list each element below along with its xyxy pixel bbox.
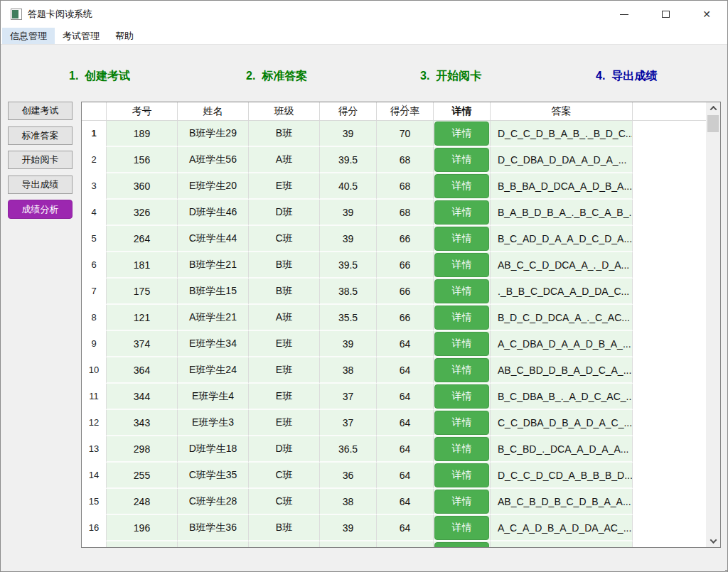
detail-button[interactable]: 详情 <box>434 148 489 172</box>
cell-answers[interactable]: B_A_B_D_B_A_._B_C_A_B_... <box>491 200 633 226</box>
cell-score[interactable]: 39 <box>320 226 377 252</box>
start-reading-button[interactable]: 开始阅卡 <box>8 151 73 169</box>
cell-answers[interactable]: B_B_BA_D_DCA_A_D_B_A... <box>491 173 633 200</box>
cell-class[interactable]: E班 <box>249 357 320 384</box>
detail-button[interactable]: 详情 <box>434 463 489 487</box>
detail-button[interactable]: 详情 <box>434 200 489 225</box>
scrollbar-thumb[interactable] <box>707 115 719 132</box>
maximize-button[interactable] <box>645 1 686 28</box>
cell-exam-no[interactable]: 248 <box>107 489 178 515</box>
col-header-detail[interactable]: 详情 <box>434 102 491 120</box>
detail-button[interactable]: 详情 <box>434 437 489 461</box>
cell-exam-no[interactable]: 364 <box>107 357 178 384</box>
cell-score[interactable]: 37 <box>320 384 377 410</box>
cell-score[interactable]: 38.5 <box>320 279 377 305</box>
col-header-score[interactable]: 得分 <box>320 102 377 120</box>
cell-class[interactable]: B班 <box>249 279 320 305</box>
detail-button[interactable]: 详情 <box>434 411 489 435</box>
cell-answers[interactable]: AB_C_B_D_B_C_D_B_A_A... <box>491 489 633 515</box>
resize-grip-icon[interactable] <box>722 566 724 568</box>
cell-score[interactable]: 39 <box>320 121 377 147</box>
detail-button[interactable]: 详情 <box>434 332 489 356</box>
cell-class[interactable]: C班 <box>249 489 320 515</box>
detail-button[interactable]: 详情 <box>434 122 489 146</box>
row-number[interactable]: 13 <box>82 436 107 463</box>
cell-rate[interactable]: 66 <box>377 279 434 305</box>
cell-class[interactable]: E班 <box>249 331 320 357</box>
cell-answers[interactable]: AB_C_C_D_DCA_A_._D_A... <box>491 252 633 279</box>
cell-name[interactable]: E班学生4 <box>178 384 249 410</box>
cell-exam-no[interactable]: 344 <box>107 384 178 410</box>
cell-exam-no[interactable]: 156 <box>107 147 178 173</box>
col-header-class[interactable]: 班级 <box>249 102 320 120</box>
cell-exam-no[interactable]: 326 <box>107 200 178 226</box>
cell-name[interactable]: C班学生35 <box>178 463 249 489</box>
menu-item-info-management[interactable]: 信息管理 <box>2 28 55 44</box>
detail-button[interactable]: 详情 <box>434 384 489 409</box>
col-header-name[interactable]: 姓名 <box>178 102 249 120</box>
row-number[interactable]: 8 <box>82 305 107 331</box>
cell-class[interactable]: D班 <box>249 436 320 463</box>
cell-rate[interactable]: 66 <box>377 252 434 279</box>
detail-button[interactable]: 详情 <box>434 306 489 330</box>
row-number[interactable]: 6 <box>82 252 107 279</box>
cell-name[interactable]: C班学生28 <box>178 489 249 515</box>
detail-button[interactable]: 详情 <box>434 490 489 514</box>
cell-class[interactable]: E班 <box>249 384 320 410</box>
cell-rate[interactable]: 68 <box>377 200 434 226</box>
cell-score[interactable]: 39 <box>320 515 377 541</box>
cell-name[interactable]: B班学生21 <box>178 252 249 279</box>
detail-button[interactable]: 详情 <box>434 174 489 198</box>
row-number[interactable]: 5 <box>82 226 107 252</box>
cell-class[interactable]: A班 <box>249 147 320 173</box>
cell-name[interactable]: E班学生20 <box>178 173 249 200</box>
scroll-up-button[interactable] <box>706 102 720 114</box>
cell-exam-no[interactable]: 264 <box>107 226 178 252</box>
cell-score[interactable]: 40.5 <box>320 173 377 200</box>
minimize-button[interactable] <box>604 1 645 28</box>
cell-name[interactable]: B班学生36 <box>178 515 249 541</box>
cell-exam-no[interactable]: 121 <box>107 305 178 331</box>
row-number[interactable]: 15 <box>82 489 107 515</box>
cell-name[interactable]: E班学生24 <box>178 357 249 384</box>
row-number[interactable]: 16 <box>82 515 107 541</box>
cell-answers[interactable]: D_C_DBA_D_DA_A_D_A_... <box>491 147 633 173</box>
cell-score[interactable]: 36 <box>320 463 377 489</box>
detail-button[interactable]: 详情 <box>434 227 489 251</box>
cell-answers[interactable]: B_D_C_D_DCA_A_._C_AC... <box>491 305 633 331</box>
col-header-rate[interactable]: 得分率 <box>377 102 434 120</box>
cell-score[interactable]: 37 <box>320 410 377 436</box>
cell-exam-no[interactable]: 175 <box>107 279 178 305</box>
cell-class[interactable]: B班 <box>249 252 320 279</box>
cell-answers[interactable]: ._B_B_C_DCA_A_D_DA_C... <box>491 279 633 305</box>
cell-exam-no[interactable]: 255 <box>107 463 178 489</box>
cell-score[interactable]: 35.5 <box>320 305 377 331</box>
cell-rate[interactable]: 64 <box>377 384 434 410</box>
cell-exam-no[interactable]: 343 <box>107 410 178 436</box>
row-number[interactable]: 10 <box>82 357 107 384</box>
col-header-answers[interactable]: 答案 <box>491 102 633 120</box>
cell-answers[interactable]: A_C_A_D_B_A_D_DA_AC_... <box>491 515 633 541</box>
cell-score[interactable]: 36.5 <box>320 436 377 463</box>
cell-name[interactable]: A班学生56 <box>178 147 249 173</box>
cell-name[interactable]: A班学生21 <box>178 305 249 331</box>
cell-rate[interactable]: 64 <box>377 463 434 489</box>
cell-class[interactable]: A班 <box>249 305 320 331</box>
cell-exam-no[interactable]: 181 <box>107 252 178 279</box>
cell-answers[interactable]: AB_C_BD_D_B_A_D_C_A_... <box>491 357 633 384</box>
cell-rate[interactable]: 68 <box>377 147 434 173</box>
cell-answers[interactable]: B_C_DBA_B_._A_D_C_AC_... <box>491 384 633 410</box>
cell-name[interactable]: B班学生29 <box>178 121 249 147</box>
cell-rate[interactable]: 64 <box>377 331 434 357</box>
cell-rate[interactable]: 64 <box>377 357 434 384</box>
cell-name[interactable]: D班学生18 <box>178 436 249 463</box>
cell-score[interactable]: 38 <box>320 357 377 384</box>
cell-rate[interactable]: 64 <box>377 436 434 463</box>
row-number[interactable]: 2 <box>82 147 107 173</box>
row-number[interactable]: 14 <box>82 463 107 489</box>
cell-answers[interactable]: D_C_C_D_CD_A_B_B_B_D... <box>491 463 633 489</box>
close-button[interactable]: ✕ <box>686 1 727 28</box>
cell-answers[interactable]: D_C_C_D_B_A_B_._B_D_C... <box>491 121 633 147</box>
cell-answers[interactable]: A_C_DBA_D_A_A_D_B_A_... <box>491 331 633 357</box>
detail-button[interactable]: 详情 <box>434 279 489 303</box>
